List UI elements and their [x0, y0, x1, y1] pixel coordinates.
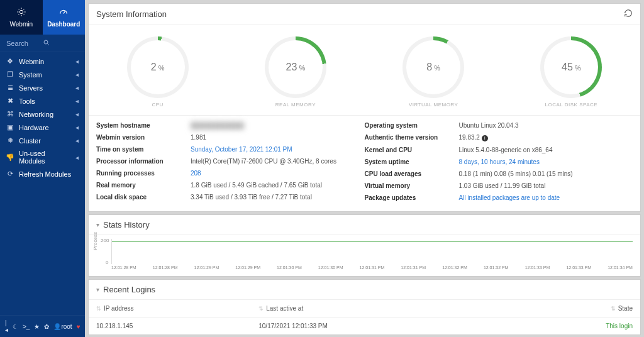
info-value: 1.981: [191, 134, 365, 141]
stats-chart: 200 0: [111, 239, 633, 264]
gauge-value: 2 %: [151, 62, 165, 73]
tab-dashboard[interactable]: Dashboard: [43, 0, 86, 35]
recent-logins-panel: ▾ Recent Logins ⇅IP address⇅Last active …: [88, 279, 641, 335]
search-placeholder: Search: [6, 40, 43, 47]
heart-icon[interactable]: ♥: [77, 323, 80, 330]
gauges-row: 2 %CPU23 %Real Memory8 %Virtual Memory45…: [89, 25, 640, 115]
info-key: Authentic theme version: [365, 134, 459, 141]
x-tick: 12:01:30 PM: [318, 265, 343, 270]
terminal-icon[interactable]: >_: [23, 323, 30, 330]
info-grid: System hostname████████████Webmin versio…: [89, 115, 640, 211]
sidebar-item-servers[interactable]: ≣Servers◂: [0, 81, 85, 94]
info-row: Real memory1.8 GiB used / 5.49 GiB cache…: [96, 179, 365, 191]
main-content: System Information 2 %CPU23 %Real Memory…: [85, 0, 644, 337]
info-col-left: System hostname████████████Webmin versio…: [96, 119, 365, 204]
info-link[interactable]: 8 days, 10 hours, 24 minutes: [459, 158, 540, 165]
user-icon[interactable]: 👤root: [53, 323, 72, 330]
x-tick: 12:01:32 PM: [484, 265, 509, 270]
nav-item-label: Cluster: [19, 137, 70, 145]
stats-body: Process 200 0 12:01:28 PM12:01:28 PM12:0…: [89, 235, 640, 276]
nav-item-icon: ⌘: [6, 110, 14, 118]
gauge-label: Local Disk Space: [545, 102, 598, 108]
info-value: 8 days, 10 hours, 24 minutes: [459, 158, 633, 165]
chevron-right-icon: ◂: [75, 154, 79, 161]
info-icon[interactable]: i: [482, 135, 488, 141]
info-key: Operating system: [365, 122, 459, 129]
sidebar-item-networking[interactable]: ⌘Networking◂: [0, 108, 85, 121]
cell-state: This login: [511, 318, 640, 335]
svg-point-1: [44, 40, 48, 44]
info-key: System hostname: [96, 122, 191, 129]
nav-item-label: Webmin: [19, 58, 70, 65]
svg-point-0: [19, 10, 23, 13]
col-header[interactable]: ⇅IP address: [89, 300, 251, 318]
x-tick: 12:01:31 PM: [360, 265, 385, 270]
nav-item-icon: 👎: [6, 153, 14, 162]
x-tick: 12:01:30 PM: [277, 265, 302, 270]
info-row: Operating systemUbuntu Linux 20.04.3: [365, 119, 633, 131]
nav-item-label: Servers: [19, 84, 70, 92]
nav-item-label: Un-used Modules: [19, 150, 70, 165]
sidebar-item-hardware[interactable]: ▣Hardware◂: [0, 121, 85, 134]
info-value: 0.18 (1 min) 0.08 (5 mins) 0.01 (15 mins…: [459, 170, 633, 177]
info-value: 3.34 TiB used / 3.93 TiB free / 7.27 TiB…: [191, 194, 365, 201]
gauge-cpu: 2 %CPU: [108, 36, 208, 108]
nav-item-icon: ❅: [6, 136, 14, 145]
chevron-right-icon: ◂: [75, 97, 79, 104]
info-value: 19.83.2i: [459, 134, 633, 141]
nav-item-icon: ▣: [6, 123, 14, 131]
col-header[interactable]: ⇅Last active at: [251, 300, 510, 318]
favorite-icon[interactable]: ★: [34, 323, 40, 330]
sidebar-item-webmin[interactable]: ❖Webmin◂: [0, 55, 85, 68]
info-row: Package updatesAll installed packages ar…: [365, 192, 633, 204]
info-value: Intel(R) Core(TM) i7-2600 CPU @ 3.40GHz,…: [191, 158, 365, 165]
info-value: All installed packages are up to date: [459, 194, 633, 201]
system-information-title: System Information: [96, 9, 167, 19]
refresh-icon[interactable]: [624, 9, 633, 19]
search-icon: [43, 39, 79, 48]
sidebar: Webmin Dashboard Search ❖Webmin◂❐System◂…: [0, 0, 85, 337]
gauge-real-memory: 23 %Real Memory: [245, 36, 346, 108]
stats-line: [112, 241, 633, 242]
gauge-label: Virtual Memory: [409, 102, 458, 108]
stats-x-axis: 12:01:28 PM12:01:28 PM12:01:29 PM12:01:2…: [111, 265, 633, 270]
info-value: Sunday, October 17, 2021 12:01 PM: [191, 146, 365, 153]
nav-item-icon: ❐: [6, 70, 14, 79]
sidebar-search[interactable]: Search: [0, 35, 85, 52]
info-link[interactable]: 208: [191, 170, 201, 177]
x-tick: 12:01:34 PM: [608, 265, 633, 270]
sidebar-bottom-bar: |◂ ☾ >_ ★ ✿ 👤root ♥: [0, 315, 85, 337]
tab-webmin[interactable]: Webmin: [0, 0, 43, 35]
gauge-label: Real Memory: [275, 102, 316, 108]
tab-webmin-label: Webmin: [10, 21, 33, 28]
info-key: Time on system: [96, 146, 191, 153]
col-header[interactable]: ⇅State: [511, 300, 640, 318]
sidebar-item-tools[interactable]: ✖Tools◂: [0, 94, 85, 108]
info-key: Processor information: [96, 158, 191, 165]
gauge-local-disk-space: 45 %Local Disk Space: [521, 36, 621, 108]
hostname-blurred: ████████████: [191, 122, 244, 129]
sidebar-item-cluster[interactable]: ❅Cluster◂: [0, 134, 85, 147]
info-key: CPU load averages: [365, 170, 459, 177]
recent-logins-header[interactable]: ▾ Recent Logins: [89, 280, 640, 300]
toggle-sidebar-icon[interactable]: |◂: [5, 319, 8, 333]
info-link[interactable]: Sunday, October 17, 2021 12:01 PM: [191, 146, 292, 153]
dashboard-gauge-icon: [58, 7, 69, 18]
cell-ip: 10.218.1.145: [89, 318, 251, 335]
sidebar-item-un-used-modules[interactable]: 👎Un-used Modules◂: [0, 147, 85, 167]
stats-history-header[interactable]: ▾ Stats History: [89, 215, 640, 235]
info-key: Webmin version: [96, 134, 191, 141]
y-tick-0: 0: [106, 260, 108, 265]
chevron-right-icon: ◂: [75, 111, 79, 118]
info-link[interactable]: All installed packages are up to date: [459, 194, 560, 201]
sidebar-item-system[interactable]: ❐System◂: [0, 68, 85, 81]
info-row: Kernel and CPULinux 5.4.0-88-generic on …: [365, 144, 633, 156]
info-row: Time on systemSunday, October 17, 2021 1…: [96, 143, 365, 155]
recent-logins-title: Recent Logins: [103, 285, 155, 294]
nav-item-icon: ⟳: [6, 170, 14, 178]
x-tick: 12:01:28 PM: [111, 265, 136, 270]
night-mode-icon[interactable]: ☾: [13, 323, 18, 330]
system-information-panel: System Information 2 %CPU23 %Real Memory…: [88, 3, 641, 212]
sidebar-item-refresh-modules[interactable]: ⟳Refresh Modules: [0, 167, 85, 180]
settings-icon[interactable]: ✿: [44, 323, 49, 330]
